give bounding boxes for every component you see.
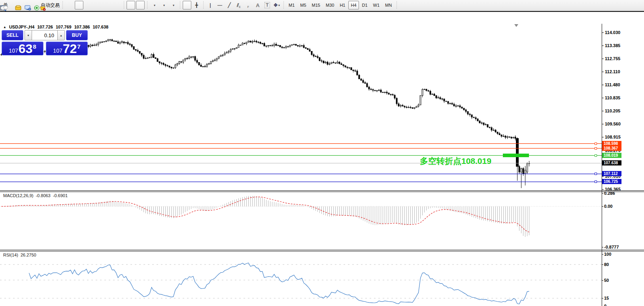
autotrading-button[interactable]: 自动交易 (39, 1, 60, 10)
search-button[interactable] (625, 1, 633, 10)
crosshair-tool-button[interactable]: ╋ (192, 1, 201, 10)
price-tick-mark (602, 98, 604, 98)
timeframe-button-m1[interactable]: M1 (286, 1, 297, 10)
price-line-tag-108.019: 108.019 (602, 153, 621, 158)
main-chart-plot[interactable] (0, 24, 602, 191)
arrows-dropdown-caret[interactable]: ▾ (278, 4, 280, 7)
tile-windows-button[interactable] (113, 1, 121, 10)
price-tick-109.560: 109.560 (605, 122, 621, 126)
price-tick-mark (602, 85, 604, 85)
buy-button[interactable]: BUY (66, 30, 88, 40)
macd-tick-mark (602, 206, 603, 207)
zoom-out-button[interactable] (103, 1, 112, 10)
arrows-tool-icon: ✥ (274, 2, 278, 8)
macd-plot[interactable] (0, 192, 602, 250)
macd-label: MACD(12,26,9) -0.8063 -0.6901 (3, 193, 68, 198)
indicators-button[interactable]: ▾ (150, 1, 159, 10)
timeframe-button-m5[interactable]: M5 (298, 1, 308, 10)
buy-price-display[interactable]: 107 72 7 (46, 42, 88, 55)
timeframe-button-m15[interactable]: M15 (310, 1, 323, 10)
label-tool-icon: T (264, 2, 270, 8)
chart-shift-marker[interactable] (514, 24, 518, 27)
data-window-button[interactable] (20, 1, 29, 10)
market-watch-button[interactable] (11, 1, 19, 10)
macd-tick-0.00: 0.00 (604, 204, 612, 209)
rsi-tick-100: 100 (604, 252, 611, 257)
price-tick-113.385: 113.385 (605, 43, 620, 48)
chat-button[interactable] (634, 1, 643, 10)
volume-increase-button[interactable]: ▲ (57, 30, 65, 40)
toolbar-separator (202, 1, 205, 9)
periods-button[interactable]: ▾ (159, 1, 168, 10)
rsi-panel-separator[interactable] (0, 250, 644, 251)
macd-panel-separator[interactable] (0, 190, 644, 192)
chart-shift-button[interactable] (136, 1, 145, 10)
periods-dropdown-caret[interactable]: ▾ (163, 4, 165, 7)
fibonacci-tool-button[interactable]: F (244, 1, 253, 10)
price-tick-110.205: 110.205 (605, 108, 620, 113)
macd-tick-mark (602, 247, 603, 247)
price-tick-114.030: 114.030 (605, 30, 620, 35)
timeframe-button-w1[interactable]: W1 (371, 1, 382, 10)
line-handle-106.725[interactable] (595, 181, 597, 183)
fibonacci-icon-sub: F (247, 6, 249, 8)
rsi-tick-80: 80 (604, 262, 609, 267)
sell-price-handle: 107 (9, 48, 18, 53)
label-tool-button[interactable]: T (263, 1, 272, 10)
price-line-tag-106.725: 106.725 (602, 179, 621, 184)
ohlc-high: 107.769 (56, 25, 72, 29)
templates-button[interactable]: ▾ (169, 1, 178, 10)
price-tick-mark (602, 32, 604, 33)
rsi-label: RSI(14) 26.2750 (3, 253, 36, 257)
timeframe-button-h1[interactable]: H1 (337, 1, 347, 10)
line-handle-108.367[interactable] (595, 147, 597, 150)
price-tick-mark (602, 189, 604, 190)
channel-tool-button[interactable]: ⫽ E (234, 1, 243, 10)
ohlc-low: 107.386 (74, 25, 90, 29)
horizontal-line-icon: — (217, 2, 222, 8)
rsi-value: 26.2750 (21, 253, 36, 257)
line-handle-108.598[interactable] (595, 143, 597, 145)
rsi-plot[interactable] (0, 252, 602, 306)
price-line-tag-107.112: 107.112 (602, 171, 621, 176)
quote-panel-collapse-icon[interactable]: ▲ (3, 25, 6, 29)
sell-button[interactable]: SELL (2, 30, 23, 40)
chart-text-annotation[interactable]: 多空转折点108.019 (420, 156, 491, 167)
arrows-tool-button[interactable]: ✥ ▾ (272, 1, 281, 10)
price-line-tag-107.638: 107.638 (602, 160, 621, 165)
line-handle-108.019[interactable] (595, 154, 597, 157)
timeframe-button-d1[interactable]: D1 (360, 1, 370, 10)
price-line-tag-108.367: 108.367 (602, 146, 621, 151)
timeframe-button-mn[interactable]: MN (383, 1, 394, 10)
trendline-tool-button[interactable]: ╱ (225, 1, 234, 10)
buy-price-handle: 107 (53, 48, 62, 53)
text-tool-button[interactable]: A (253, 1, 262, 10)
timeframe-button-h4[interactable]: H4 (348, 1, 359, 10)
templates-dropdown-caret[interactable]: ▾ (173, 4, 174, 7)
macd-name: MACD(12,26,9) (3, 193, 33, 198)
zoom-in-button[interactable] (94, 1, 102, 10)
one-click-trading-panel: SELL ▼ 0.10 ▲ BUY 107 63 8 107 72 7 (2, 30, 88, 55)
horizontal-line-tool-button[interactable]: — (215, 1, 224, 10)
line-handle-107.112[interactable] (595, 173, 597, 175)
sell-price-display[interactable]: 107 63 8 (2, 42, 43, 55)
rsi-name: RSI(14) (3, 253, 18, 257)
crosshair-icon: ╋ (195, 2, 198, 8)
bar-chart-button[interactable] (65, 1, 74, 10)
line-chart-button[interactable] (84, 1, 93, 10)
toolbar-separator (61, 1, 64, 9)
chart-title: ▲ USDJPY-,H4 107.726 107.769 107.386 107… (3, 25, 108, 29)
candlestick-chart-button[interactable] (75, 1, 83, 10)
toolbar-separator (123, 1, 125, 9)
main-toolbar: 单 自动交易 (0, 0, 644, 11)
indicators-dropdown-caret[interactable]: ▾ (154, 4, 155, 7)
timeframe-button-m30[interactable]: M30 (323, 1, 336, 10)
chart-window: ▲ USDJPY-,H4 107.726 107.769 107.386 107… (0, 11, 644, 306)
rsi-tick-0: 0 (604, 304, 606, 306)
volume-decrease-button[interactable]: ▼ (25, 30, 32, 40)
sell-price-big: 63 (19, 43, 33, 55)
vertical-line-tool-button[interactable]: | (206, 1, 215, 10)
auto-scroll-button[interactable] (127, 1, 135, 10)
cursor-tool-button[interactable] (183, 1, 191, 10)
volume-input[interactable]: 0.10 (32, 30, 58, 40)
